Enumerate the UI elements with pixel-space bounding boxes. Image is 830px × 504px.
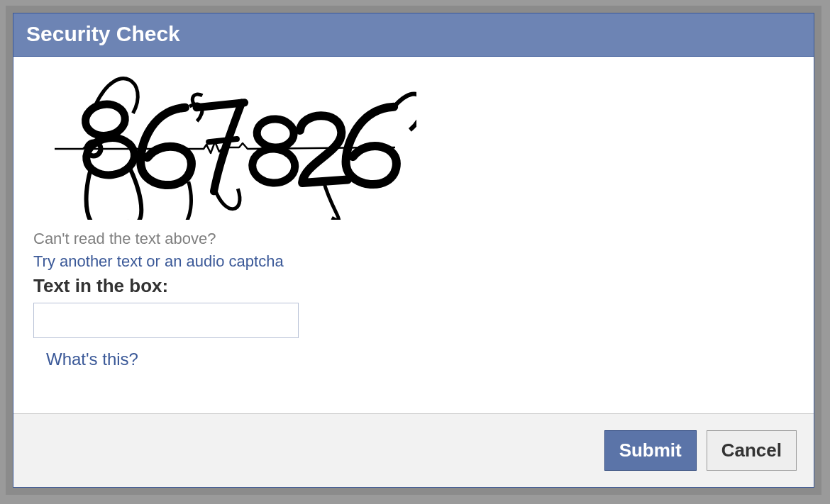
captcha-image [33,71,416,220]
dialog-title: Security Check [13,13,814,57]
cant-read-label: Can't read the text above? [33,230,799,248]
submit-button[interactable]: Submit [604,430,697,471]
svg-point-4 [252,147,296,184]
svg-point-3 [256,118,294,149]
dialog-footer: Submit Cancel [13,413,814,487]
dialog-body: Can't read the text above? Try another t… [13,57,814,391]
security-check-dialog: Security Check [13,13,814,488]
captcha-input[interactable] [33,303,299,338]
svg-point-1 [84,102,128,138]
cancel-button[interactable]: Cancel [707,430,797,471]
captcha-input-label: Text in the box: [33,275,799,297]
whats-this-link[interactable]: What's this? [46,349,138,369]
try-another-link[interactable]: Try another text or an audio captcha [33,252,284,271]
